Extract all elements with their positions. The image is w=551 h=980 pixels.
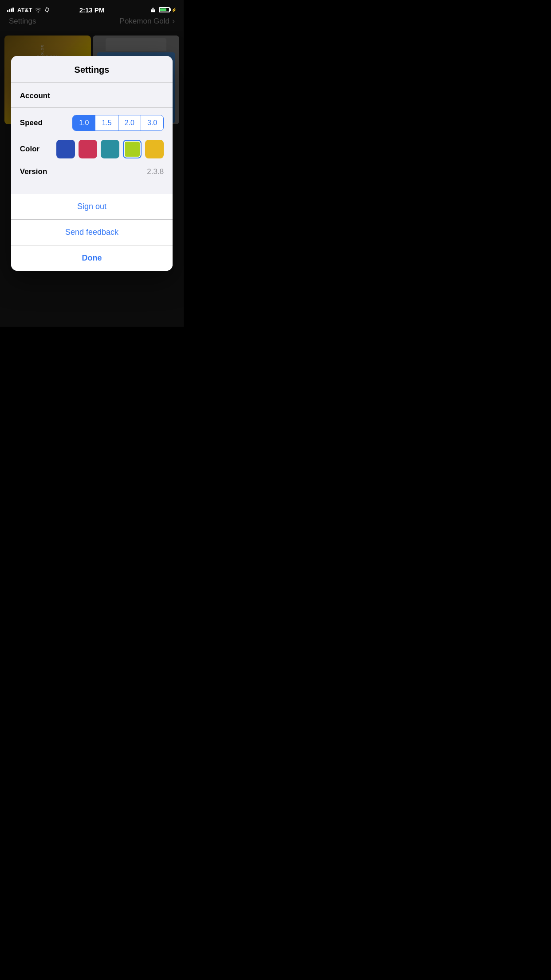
color-swatch-blue[interactable] <box>56 140 75 158</box>
send-feedback-label: Send feedback <box>65 228 118 237</box>
speed-selector[interactable]: 1.0 1.5 2.0 3.0 <box>72 115 164 131</box>
modal-overlay: Settings Account Speed 1.0 1.5 2.0 3.0 C… <box>0 0 184 327</box>
color-swatch-green[interactable] <box>123 140 142 158</box>
color-swatch-red[interactable] <box>79 140 97 158</box>
bolt-icon: ⚡ <box>171 8 177 12</box>
send-feedback-action[interactable]: Send feedback <box>11 220 173 245</box>
status-bar: AT&T 2:13 PM ⚡ <box>0 0 184 20</box>
wifi-icon <box>35 7 42 12</box>
sync-icon <box>44 7 50 13</box>
status-left: AT&T <box>7 7 50 13</box>
status-right: ⚡ <box>150 7 177 13</box>
speed-option-1[interactable]: 1.0 <box>73 115 95 130</box>
time-display: 2:13 PM <box>79 6 105 14</box>
carrier-label: AT&T <box>17 7 32 13</box>
settings-modal: Settings Account Speed 1.0 1.5 2.0 3.0 C… <box>11 56 173 271</box>
battery-icon <box>159 7 170 12</box>
modal-header: Settings <box>11 56 173 83</box>
battery-container: ⚡ <box>159 7 177 12</box>
modal-body: Account Speed 1.0 1.5 2.0 3.0 Color <box>11 83 173 194</box>
version-label: Version <box>20 167 47 176</box>
account-section-label: Account <box>20 91 164 100</box>
color-swatch-teal[interactable] <box>101 140 119 158</box>
speed-label: Speed <box>20 119 43 127</box>
speed-option-3[interactable]: 2.0 <box>118 115 141 130</box>
color-label: Color <box>20 145 39 154</box>
version-value: 2.3.8 <box>147 167 164 176</box>
modal-title: Settings <box>75 65 110 75</box>
done-action[interactable]: Done <box>11 245 173 271</box>
speed-option-2[interactable]: 1.5 <box>95 115 118 130</box>
color-swatch-yellow[interactable] <box>145 140 164 158</box>
color-selector[interactable] <box>56 140 164 158</box>
speed-option-4[interactable]: 3.0 <box>141 115 163 130</box>
done-label: Done <box>82 253 102 262</box>
signal-bars <box>7 8 14 12</box>
sign-out-action[interactable]: Sign out <box>11 194 173 220</box>
version-row: Version 2.3.8 <box>20 167 164 176</box>
color-row: Color <box>20 140 164 158</box>
rotation-lock-icon <box>150 7 156 13</box>
sign-out-label: Sign out <box>77 202 106 211</box>
speed-row: Speed 1.0 1.5 2.0 3.0 <box>20 115 164 131</box>
battery-fill <box>160 8 166 11</box>
